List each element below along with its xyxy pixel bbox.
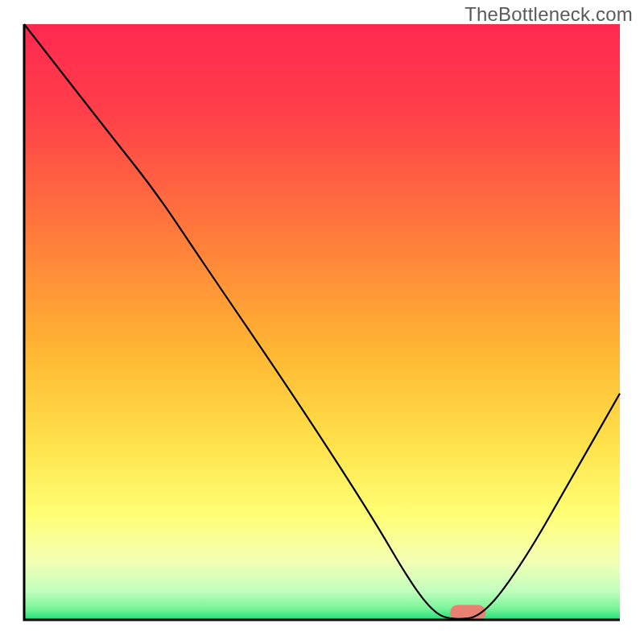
- bottleneck-chart: [0, 0, 644, 644]
- plot-gradient-background: [24, 24, 620, 620]
- watermark-text: TheBottleneck.com: [464, 3, 633, 26]
- chart-container: TheBottleneck.com: [0, 0, 644, 644]
